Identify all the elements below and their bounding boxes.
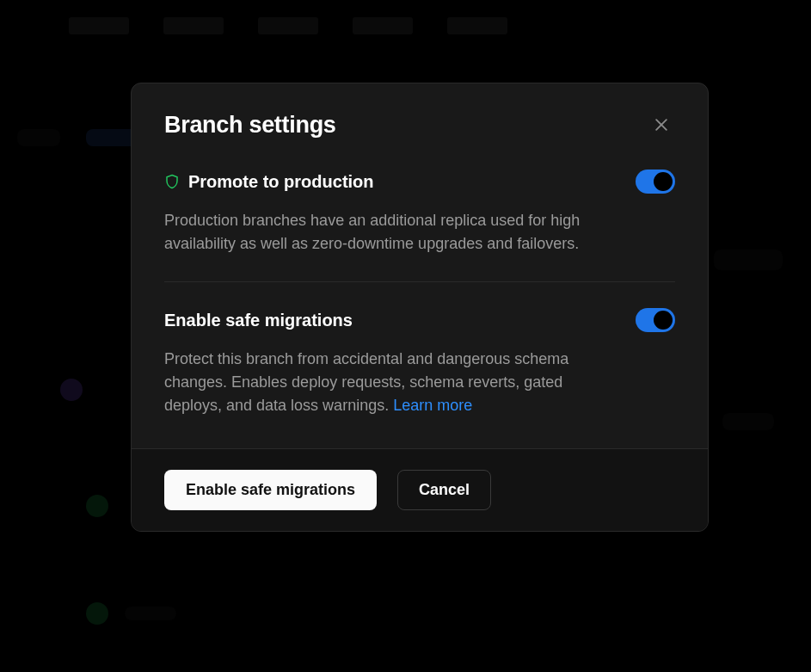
toggle-knob: [654, 172, 673, 191]
safe-migrations-description-text: Protect this branch from accidental and …: [164, 350, 568, 414]
promote-production-label: Promote to production: [188, 172, 374, 192]
learn-more-link[interactable]: Learn more: [393, 397, 472, 414]
modal-footer: Enable safe migrations Cancel: [132, 448, 708, 531]
branch-settings-modal: Branch settings Promote to production Pr…: [131, 83, 709, 532]
safe-migrations-toggle[interactable]: [636, 308, 675, 332]
safe-migrations-description: Protect this branch from accidental and …: [164, 348, 611, 417]
enable-safe-migrations-button[interactable]: Enable safe migrations: [164, 470, 377, 510]
toggle-knob: [654, 311, 673, 330]
safe-migrations-section: Enable safe migrations Protect this bran…: [132, 282, 708, 448]
modal-title: Branch settings: [164, 112, 336, 139]
promote-production-toggle[interactable]: [636, 170, 675, 194]
close-icon: [653, 116, 670, 133]
promote-production-section: Promote to production Production branche…: [132, 159, 708, 281]
safe-migrations-label: Enable safe migrations: [164, 311, 353, 330]
promote-production-heading: Promote to production: [164, 172, 374, 192]
shield-icon: [164, 173, 180, 190]
cancel-button[interactable]: Cancel: [397, 470, 491, 510]
safe-migrations-heading: Enable safe migrations: [164, 311, 353, 330]
promote-production-description: Production branches have an additional r…: [164, 209, 611, 256]
close-button[interactable]: [648, 111, 675, 139]
modal-header: Branch settings: [132, 83, 708, 159]
